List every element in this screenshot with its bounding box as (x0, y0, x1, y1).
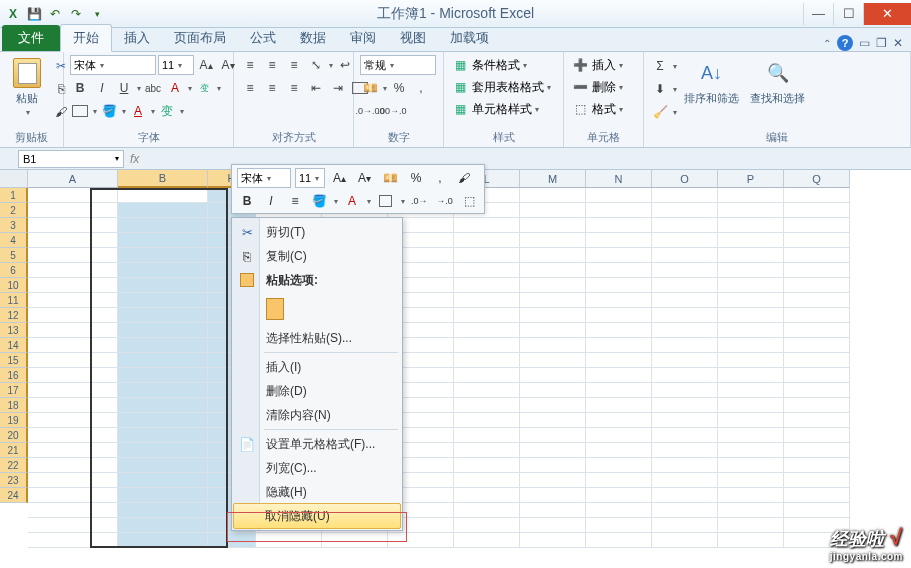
cell-grid[interactable] (28, 188, 911, 548)
mini-currency-icon[interactable]: 💴 (379, 168, 402, 188)
mini-bold-button[interactable]: B (237, 191, 257, 211)
cell[interactable] (454, 428, 520, 443)
cell[interactable] (118, 323, 208, 338)
fx-icon[interactable]: fx (130, 152, 139, 166)
row-header-14[interactable]: 14 (0, 338, 28, 353)
tab-review[interactable]: 审阅 (338, 25, 388, 51)
ctx-delete[interactable]: 删除(D) (234, 379, 400, 403)
cell[interactable] (652, 233, 718, 248)
mini-format-painter-icon[interactable]: 🖌 (454, 168, 474, 188)
cell[interactable] (586, 218, 652, 233)
cell[interactable] (784, 203, 850, 218)
cell[interactable] (454, 308, 520, 323)
cell[interactable] (520, 503, 586, 518)
row-header-12[interactable]: 12 (0, 308, 28, 323)
cell[interactable] (454, 503, 520, 518)
cell[interactable] (454, 353, 520, 368)
col-header-Q[interactable]: Q (784, 170, 850, 188)
tab-view[interactable]: 视图 (388, 25, 438, 51)
cell[interactable] (652, 383, 718, 398)
cell[interactable] (586, 428, 652, 443)
cell[interactable] (520, 428, 586, 443)
cell[interactable] (718, 353, 784, 368)
cell[interactable] (28, 443, 118, 458)
col-header-A[interactable]: A (28, 170, 118, 188)
ctx-unhide[interactable]: 取消隐藏(U) (233, 503, 401, 529)
cell[interactable] (118, 473, 208, 488)
paste-button[interactable]: 粘贴 ▾ (6, 55, 48, 119)
cell[interactable] (28, 518, 118, 533)
cell[interactable] (586, 323, 652, 338)
row-header-19[interactable]: 19 (0, 413, 28, 428)
cell[interactable] (652, 293, 718, 308)
cell[interactable] (586, 533, 652, 548)
cell[interactable] (208, 533, 256, 548)
border-dd-icon[interactable]: ▾ (93, 107, 97, 116)
row-header-3[interactable]: 3 (0, 218, 28, 233)
font-color-icon[interactable]: A (128, 101, 148, 121)
cell[interactable] (520, 218, 586, 233)
cell[interactable] (520, 338, 586, 353)
clear-icon[interactable]: 🧹 (650, 102, 670, 122)
cell[interactable] (520, 383, 586, 398)
mini-comma-icon[interactable]: , (430, 168, 450, 188)
font-color-a-icon[interactable]: A (165, 78, 185, 98)
cell[interactable] (520, 518, 586, 533)
cell[interactable] (718, 488, 784, 503)
row-header-16[interactable]: 16 (0, 368, 28, 383)
cell[interactable] (652, 278, 718, 293)
cell[interactable] (118, 188, 208, 203)
worksheet[interactable]: ABHIJKLMNOPQ 123456101112131415161718192… (0, 170, 911, 548)
cell[interactable] (28, 293, 118, 308)
name-box[interactable]: B1▾ (18, 150, 124, 168)
cell[interactable] (520, 398, 586, 413)
cell[interactable] (718, 263, 784, 278)
cell[interactable] (652, 518, 718, 533)
fontcolor2-dd-icon[interactable]: ▾ (151, 107, 155, 116)
cell[interactable] (784, 338, 850, 353)
cell[interactable] (718, 503, 784, 518)
cell[interactable] (28, 413, 118, 428)
minimize-button[interactable]: — (803, 3, 833, 25)
cell[interactable] (28, 503, 118, 518)
cell[interactable] (322, 533, 388, 548)
cell[interactable] (586, 278, 652, 293)
cell[interactable] (586, 413, 652, 428)
cell[interactable] (118, 293, 208, 308)
cell[interactable] (718, 248, 784, 263)
cell[interactable] (118, 218, 208, 233)
cell[interactable] (652, 308, 718, 323)
phonetic-dd-icon[interactable]: ▾ (217, 84, 221, 93)
cell[interactable] (784, 353, 850, 368)
cell[interactable] (520, 233, 586, 248)
cell[interactable] (28, 233, 118, 248)
cell[interactable] (520, 488, 586, 503)
cell[interactable] (520, 248, 586, 263)
row-header-13[interactable]: 13 (0, 323, 28, 338)
cell[interactable] (586, 488, 652, 503)
row-header-18[interactable]: 18 (0, 398, 28, 413)
cell[interactable] (118, 398, 208, 413)
cell[interactable] (118, 203, 208, 218)
cell[interactable] (784, 428, 850, 443)
cell[interactable] (520, 458, 586, 473)
mini-dec-decimal-icon[interactable]: →.0 (434, 191, 455, 211)
bold-button[interactable]: B (70, 78, 90, 98)
row-header-15[interactable]: 15 (0, 353, 28, 368)
col-header-P[interactable]: P (718, 170, 784, 188)
cell[interactable] (118, 383, 208, 398)
align-center-icon[interactable]: ≡ (262, 78, 282, 98)
cell[interactable] (586, 248, 652, 263)
mini-shrink-font-icon[interactable]: A▾ (354, 168, 375, 188)
percent-icon[interactable]: % (389, 78, 409, 98)
cell[interactable] (118, 338, 208, 353)
mini-grow-font-icon[interactable]: A▴ (329, 168, 350, 188)
cell[interactable] (718, 533, 784, 548)
cell[interactable] (784, 413, 850, 428)
cell[interactable] (454, 278, 520, 293)
underline-dd-icon[interactable]: ▾ (137, 84, 141, 93)
help-icon[interactable]: ? (837, 35, 853, 51)
cell[interactable] (454, 338, 520, 353)
cell[interactable] (586, 398, 652, 413)
cell[interactable] (586, 188, 652, 203)
